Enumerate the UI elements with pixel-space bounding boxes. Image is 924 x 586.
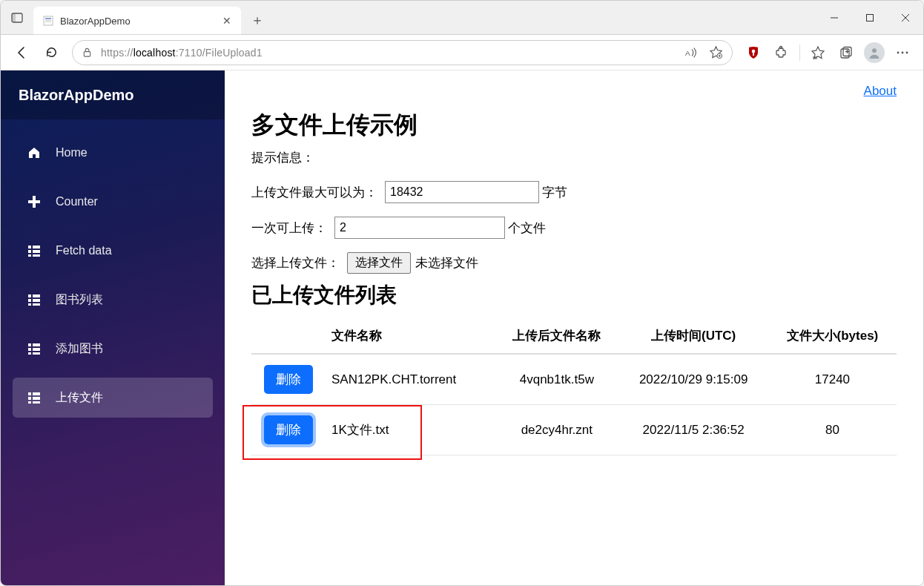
sidebar-item-label: 添加图书 (56, 341, 103, 357)
svg-point-24 (872, 48, 877, 53)
svg-rect-40 (28, 303, 31, 306)
new-tab-button[interactable]: ＋ (244, 7, 271, 33)
max-size-suffix: 字节 (542, 184, 567, 201)
about-link[interactable]: About (864, 84, 897, 99)
tab-actions-icon[interactable] (1, 1, 33, 35)
max-size-label: 上传文件最大可以为： (251, 184, 377, 201)
url-text: https://localhost:7110/FileUpload1 (101, 47, 678, 59)
lock-icon (82, 47, 93, 58)
max-count-label: 一次可上传： (251, 220, 327, 237)
sidebar-item-booklist[interactable]: 图书列表 (13, 280, 213, 320)
svg-rect-20 (841, 49, 849, 58)
favorite-star-icon[interactable] (709, 45, 723, 59)
table-row: 删除 SAN12PK.CHT.torrent 4vqnb1tk.t5w 2022… (251, 354, 897, 405)
extension-icon[interactable] (768, 39, 795, 66)
svg-point-27 (906, 51, 908, 53)
svg-rect-1 (12, 13, 16, 22)
svg-point-25 (897, 51, 900, 53)
addressbar: https://localhost:7110/FileUpload1 A (1, 35, 923, 70)
max-count-suffix: 个文件 (508, 220, 546, 237)
tab-close-icon[interactable]: ✕ (220, 14, 234, 27)
more-menu-icon[interactable] (889, 39, 916, 66)
svg-rect-35 (33, 254, 40, 257)
message-label: 提示信息： (251, 149, 897, 166)
files-table: 文件名称 上传后文件名称 上传时间(UTC) 文件大小(bytes) 删除 SA… (251, 318, 897, 455)
svg-rect-43 (33, 343, 40, 346)
read-aloud-icon[interactable]: A (685, 46, 699, 59)
refresh-button[interactable] (38, 39, 65, 66)
browser-tab[interactable]: BlazorAppDemo ✕ (33, 7, 241, 35)
main-content: About 多文件上传示例 提示信息： 上传文件最大可以为： 字节 一次可上传：… (225, 70, 923, 585)
ublock-icon[interactable] (740, 39, 767, 66)
svg-rect-50 (28, 397, 31, 400)
col-time: 上传时间(UTC) (618, 318, 768, 354)
max-size-input[interactable] (385, 181, 539, 203)
window-maximize-button[interactable] (852, 1, 888, 35)
favorites-icon[interactable] (805, 39, 831, 66)
table-row: 删除 1K文件.txt de2cy4hr.znt 2022/11/5 2:36:… (251, 405, 897, 455)
svg-point-15 (752, 49, 756, 53)
svg-rect-4 (45, 20, 51, 21)
list-icon (26, 340, 42, 357)
profile-avatar[interactable] (861, 39, 888, 66)
svg-rect-37 (33, 294, 40, 297)
window-minimize-button[interactable] (816, 1, 852, 35)
plus-icon (26, 194, 42, 210)
sidebar-item-home[interactable]: Home (13, 133, 213, 173)
list-icon (26, 389, 42, 406)
choose-file-button[interactable]: 选择文件 (347, 252, 411, 274)
sidebar: BlazorAppDemo Home Counter (1, 70, 225, 585)
cell-stored: 4vqnb1tk.t5w (495, 354, 618, 405)
svg-rect-5 (45, 22, 51, 22)
svg-rect-52 (28, 401, 31, 404)
svg-rect-16 (753, 53, 754, 56)
svg-rect-32 (28, 250, 31, 253)
svg-rect-10 (84, 52, 90, 57)
svg-rect-48 (28, 392, 31, 395)
svg-rect-30 (28, 246, 31, 248)
sidebar-item-label: Counter (56, 195, 98, 208)
home-icon (26, 145, 42, 161)
cell-name: 1K文件.txt (326, 405, 495, 455)
titlebar: BlazorAppDemo ✕ ＋ (1, 1, 923, 35)
delete-button[interactable]: 删除 (264, 415, 313, 444)
svg-rect-39 (33, 299, 40, 302)
svg-rect-47 (33, 352, 40, 355)
url-field[interactable]: https://localhost:7110/FileUpload1 A (72, 40, 733, 65)
sidebar-item-upload[interactable]: 上传文件 (13, 378, 213, 418)
sidebar-item-label: 图书列表 (56, 292, 103, 308)
svg-rect-41 (33, 303, 40, 306)
svg-rect-34 (28, 254, 31, 257)
cell-stored: de2cy4hr.znt (495, 405, 618, 455)
svg-text:A: A (685, 48, 690, 56)
svg-rect-49 (33, 392, 40, 395)
col-action (251, 318, 326, 354)
svg-point-17 (780, 46, 782, 48)
max-count-input[interactable] (334, 217, 505, 239)
cell-name: SAN12PK.CHT.torrent (326, 354, 495, 405)
svg-point-26 (902, 51, 904, 53)
page-title: 多文件上传示例 (251, 109, 897, 142)
back-button[interactable] (8, 39, 35, 66)
delete-button[interactable]: 删除 (264, 365, 313, 394)
sidebar-item-addbook[interactable]: 添加图书 (13, 329, 213, 369)
sidebar-item-fetchdata[interactable]: Fetch data (13, 231, 213, 271)
cell-time: 2022/11/5 2:36:52 (618, 405, 768, 455)
cell-size: 17240 (768, 354, 897, 405)
list-icon (26, 243, 42, 259)
svg-rect-53 (33, 401, 40, 404)
cell-time: 2022/10/29 9:15:09 (618, 354, 768, 405)
window-close-button[interactable] (888, 1, 923, 35)
sidebar-item-label: Home (56, 146, 88, 159)
svg-rect-33 (33, 250, 40, 253)
list-heading: 已上传文件列表 (251, 281, 897, 309)
cell-size: 80 (768, 405, 897, 455)
sidebar-item-label: Fetch data (56, 244, 112, 257)
svg-rect-29 (28, 200, 40, 203)
collections-icon[interactable] (833, 39, 859, 66)
col-size: 文件大小(bytes) (768, 318, 897, 354)
list-icon (26, 292, 42, 308)
svg-rect-46 (28, 352, 31, 355)
sidebar-item-counter[interactable]: Counter (13, 182, 213, 222)
svg-rect-51 (33, 397, 40, 400)
